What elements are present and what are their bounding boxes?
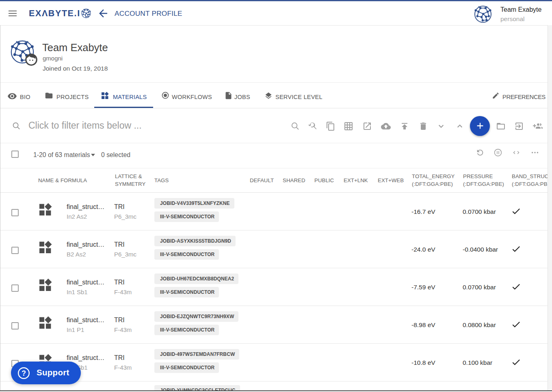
svg-text:?: ?: [22, 369, 26, 377]
